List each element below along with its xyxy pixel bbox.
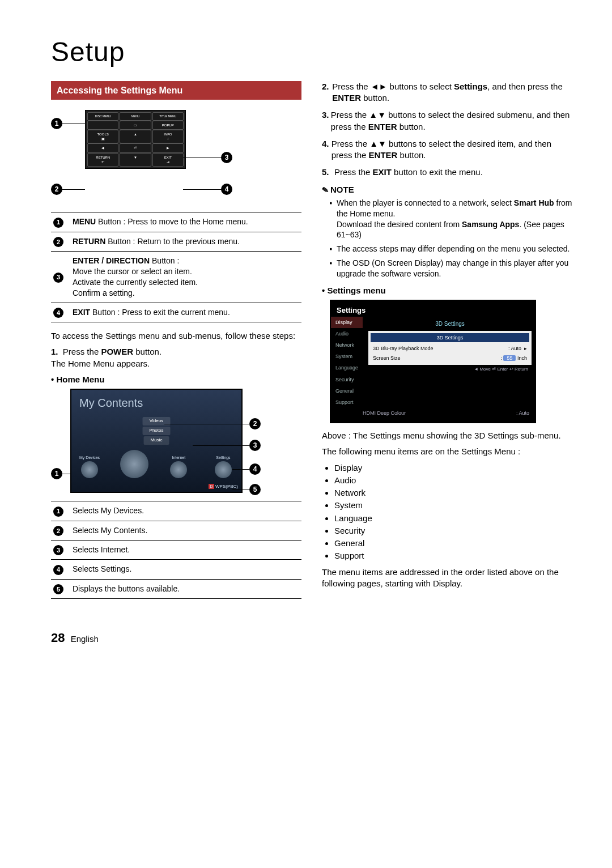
table-row: 2 RETURN Button : Return to the previous… [51,232,301,251]
settings-screenshot: Settings Display Audio Network System La… [330,300,536,423]
section-header: Accessing the Settings Menu [51,81,301,100]
list-item: Support [334,550,572,561]
remote-btn-disc-menu: DISC MENU [87,112,118,121]
sidebar-item: Support [331,397,363,408]
home-menu-diagram: My Contents Videos Photos Music My Devic… [51,389,301,493]
callout-2-badge: 2 [51,184,62,195]
remote-btn-menu-icon: ▭ [120,121,151,130]
hm-callout-1: 1 [51,468,62,479]
settings-title: Settings [331,301,535,317]
intro-text: To access the Settings menu and sub-menu… [51,330,301,342]
remote-btn-exit: EXIT⇥ [152,153,184,167]
remote-btn-enter: ⏎ [120,143,151,152]
remote-btn-down: ▼ [120,153,151,167]
remote-diagram: DISC MENU MENU TITLE MENU ▭ POPUP TOOLS▣… [51,110,301,201]
remote-btn-right: ▶ [152,143,184,152]
settings-menu-label: • Settings menu [322,285,572,296]
settings-last-row: HDMI Deep Colour : Auto [331,408,535,422]
sidebar-item: System [331,351,363,362]
hm-callout-2: 2 [249,418,261,429]
home-menu-callout-table: 1Selects My Devices. 2Selects My Content… [51,501,301,599]
sidebar-item: Language [331,362,363,373]
settings-caption: Above : The Settings menu showing the 3D… [322,430,572,441]
note-icon: ✎ [321,184,330,195]
list-item: Network [334,487,572,499]
settings-hint: ◄ Move ⏎ Enter ↩ Return [368,365,532,375]
table-row: 2Selects My Contents. [51,521,301,540]
callout-1-badge: 1 [51,118,62,129]
table-row: 3Selects Internet. [51,541,301,560]
right-steps: 2.Press the ◄► buttons to select Setting… [322,81,572,178]
hm-chip: Photos [143,427,171,435]
settings-sidebar: Display Audio Network System Language Se… [331,317,363,408]
remote-btn-return: RETURN↶ [87,153,118,167]
hm-title: My Contents [71,390,241,412]
list-item: Language [334,513,572,524]
table-row: 1 MENU Button : Press to move to the Hom… [51,212,301,232]
list-item: General [334,538,572,549]
closing-text: The menu items are addressed in the orde… [322,567,572,590]
remote-btn-menu: MENU [120,112,151,121]
table-row: 4 EXIT Button : Press to exit the curren… [51,303,301,322]
remote-btn-left: ◀ [87,143,118,152]
hm-callout-5: 5 [249,484,261,495]
page-title: Setup [51,34,572,71]
sidebar-item: Audio [331,328,363,339]
remote-btn-title-menu: TITLE MENU [152,112,184,121]
settings-popup: 3D Settings 3D Blu-ray Playback Mode: Au… [368,331,532,364]
settings-crumb: 3D Settings [368,320,532,328]
menu-intro: The following menu items are on the Sett… [322,446,572,457]
hm-icon-settings: Settings [209,455,238,478]
rownum: 4 [53,308,63,318]
table-row: 3 ENTER / DIRECTION Button : Move the cu… [51,252,301,303]
page-footer: 28 English [51,629,572,646]
remote-callout-table: 1 MENU Button : Press to move to the Hom… [51,212,301,322]
remote-btn-tools: TOOLS▣ [87,130,118,143]
rownum: 3 [53,273,63,283]
remote-btn-blank [87,121,118,130]
remote-btn-up: ▲ [120,130,151,143]
sidebar-item: Network [331,339,363,351]
hm-icon-mydevices: My Devices [75,455,104,478]
page-language: English [71,634,99,644]
note-list: When the player is connected to a networ… [322,198,572,279]
list-item: System [334,500,572,511]
hm-callout-4: 4 [249,463,261,475]
remote-btn-info: INFOi [152,130,184,143]
hm-icon-internet: Internet [164,455,193,478]
callout-4-badge: 4 [221,184,232,195]
page-number: 28 [51,629,65,646]
callout-3-badge: 3 [221,152,232,163]
table-row: 4Selects Settings. [51,560,301,579]
sidebar-item: Security [331,374,363,385]
step-1: 1. Press the POWER button. The Home Menu… [51,346,301,369]
sidebar-item: General [331,385,363,397]
note-heading: ✎NOTE [322,184,572,195]
rownum: 2 [53,237,63,247]
menu-items-list: Display Audio Network System Language Se… [322,462,572,562]
rownum: 1 [53,218,63,228]
table-row: 1Selects My Devices. [51,501,301,521]
home-menu-label: • Home Menu [51,374,301,385]
remote-btn-popup: POPUP [152,121,184,130]
sidebar-item: Display [331,317,363,328]
list-item: Audio [334,475,572,486]
list-item: Display [334,462,572,474]
hm-chip: Music [144,436,169,445]
table-row: 5Displays the buttons available. [51,579,301,598]
hm-icon-center [120,450,149,478]
hm-callout-3: 3 [249,440,261,451]
list-item: Security [334,525,572,537]
